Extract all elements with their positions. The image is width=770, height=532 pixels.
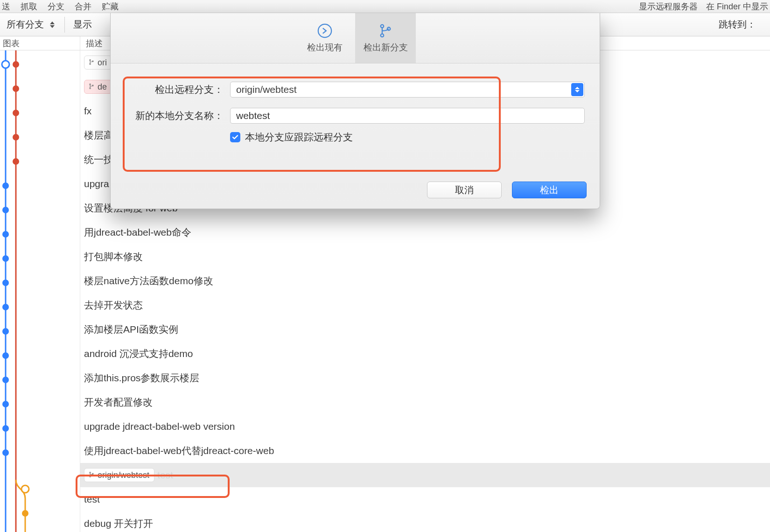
- jump-to-label: 跳转到：: [719, 18, 756, 31]
- svg-point-32: [381, 24, 384, 28]
- track-remote-label: 本地分支应跟踪远程分支: [245, 131, 353, 144]
- menu-item[interactable]: 分支: [48, 1, 64, 12]
- commit-row[interactable]: debug 开关打开: [80, 511, 770, 532]
- commit-message: 打包脚本修改: [84, 250, 143, 263]
- commit-row[interactable]: 添加this.pros参数展示楼层: [80, 366, 770, 390]
- track-remote-checkbox[interactable]: [230, 132, 240, 142]
- svg-point-28: [90, 472, 91, 473]
- commit-row[interactable]: 开发者配置修改: [80, 390, 770, 414]
- arrow-right-circle-icon: [317, 23, 333, 39]
- menu-item[interactable]: 送: [2, 1, 10, 12]
- branch-filter-dropdown[interactable]: 所有分支: [7, 18, 56, 31]
- svg-point-18: [2, 425, 9, 432]
- commit-message: fx: [84, 105, 91, 117]
- checkout-button[interactable]: 检出: [512, 182, 587, 198]
- commit-row[interactable]: 使用jdreact-babel-web代替jdreact-core-web: [80, 439, 770, 463]
- svg-point-14: [2, 328, 9, 335]
- branch-filter-label: 所有分支: [7, 18, 44, 31]
- commit-row[interactable]: upgrade jdreact-babel-web version: [80, 414, 770, 439]
- branch-icon: [88, 82, 95, 92]
- svg-point-5: [13, 110, 19, 116]
- commit-message: 添加this.pros参数展示楼层: [84, 371, 199, 385]
- menu-item[interactable]: 抓取: [21, 1, 37, 12]
- branch-icon: [88, 58, 95, 68]
- svg-point-29: [90, 476, 91, 477]
- svg-point-16: [2, 377, 9, 383]
- column-graph[interactable]: 图表: [0, 36, 80, 50]
- svg-point-26: [90, 87, 91, 89]
- branch-icon: [378, 23, 393, 39]
- commit-message: 用jdreact-babel-web命令: [84, 226, 191, 239]
- tab-checkout-new[interactable]: 检出新分支: [355, 13, 416, 63]
- commit-message: 统一技: [84, 153, 113, 166]
- menubar: 送 抓取 分支 合并 贮藏 显示远程服务器 在 Finder 中显示: [0, 0, 770, 13]
- commit-row[interactable]: 用jdreact-babel-web命令: [80, 220, 770, 245]
- svg-point-4: [13, 85, 19, 92]
- commit-message: upgra: [84, 178, 109, 189]
- svg-point-8: [2, 182, 9, 189]
- menu-item[interactable]: 合并: [75, 1, 91, 12]
- menu-item[interactable]: 在 Finder 中显示: [706, 1, 768, 12]
- svg-point-13: [2, 304, 9, 310]
- svg-point-19: [2, 449, 9, 456]
- commit-message: 开发者配置修改: [84, 396, 153, 409]
- commit-row[interactable]: android 沉浸式支持demo: [80, 342, 770, 366]
- commit-row[interactable]: 添加楼层API函数实例: [80, 317, 770, 342]
- branch-icon: [88, 470, 95, 480]
- checkout-sheet: 检出现有 检出新分支 检出远程分支： origin/webtest 新的本地分支…: [110, 13, 600, 209]
- tab-checkout-existing[interactable]: 检出现有: [294, 13, 355, 63]
- commit-message: android 沉浸式支持demo: [84, 347, 193, 360]
- commit-message: 使用jdreact-babel-web代替jdreact-core-web: [84, 444, 274, 457]
- remote-branch-label: 检出远程分支：: [126, 83, 224, 96]
- commit-message: debug 开关打开: [84, 517, 153, 530]
- svg-point-20: [21, 485, 29, 493]
- svg-point-31: [318, 24, 331, 37]
- svg-point-10: [2, 231, 9, 238]
- commit-message: test: [84, 494, 100, 505]
- svg-point-12: [2, 280, 9, 286]
- svg-point-9: [2, 207, 9, 213]
- svg-point-15: [2, 352, 9, 359]
- commit-row[interactable]: origin/webtesttest: [80, 463, 770, 487]
- branch-tag[interactable]: origin/webtest: [84, 468, 154, 482]
- cancel-button[interactable]: 取消: [427, 182, 502, 198]
- svg-point-7: [13, 158, 19, 165]
- menu-item[interactable]: 显示远程服务器: [639, 1, 698, 12]
- commit-row[interactable]: 楼层native方法函数demo修改: [80, 269, 770, 293]
- svg-point-21: [22, 510, 28, 517]
- local-branch-input[interactable]: [230, 108, 585, 124]
- menu-item[interactable]: 贮藏: [102, 1, 119, 12]
- commit-message: 去掉开发状态: [84, 299, 143, 312]
- commit-message: upgrade jdreact-babel-web version: [84, 421, 235, 432]
- check-icon: [231, 133, 239, 141]
- svg-point-33: [381, 34, 384, 37]
- branch-tag[interactable]: de: [84, 80, 112, 94]
- branch-tag[interactable]: ori: [84, 56, 112, 70]
- commit-graph: [0, 50, 80, 532]
- svg-point-25: [90, 84, 91, 85]
- svg-point-23: [90, 63, 91, 64]
- svg-point-17: [2, 401, 9, 407]
- display-label: 显示: [73, 18, 92, 31]
- remote-branch-dropdown[interactable]: origin/webtest: [230, 82, 585, 98]
- commit-message-faded: test: [157, 469, 173, 481]
- svg-point-22: [90, 59, 91, 61]
- sheet-tabs: 检出现有 检出新分支: [111, 13, 600, 63]
- commit-message: 楼层native方法函数demo修改: [84, 274, 213, 287]
- chevron-updown-icon: [571, 83, 583, 96]
- graph-column: [0, 50, 80, 532]
- tab-label: 检出现有: [307, 42, 343, 54]
- local-branch-label: 新的本地分支名称：: [126, 109, 224, 122]
- svg-point-3: [13, 61, 19, 68]
- remote-branch-value: origin/webtest: [236, 84, 297, 95]
- divider: [64, 17, 65, 33]
- chevron-updown-icon: [49, 20, 56, 29]
- commit-row[interactable]: test: [80, 487, 770, 511]
- commit-message: 添加楼层API函数实例: [84, 323, 178, 336]
- commit-row[interactable]: 去掉开发状态: [80, 293, 770, 317]
- commit-row[interactable]: 打包脚本修改: [80, 245, 770, 269]
- tab-label: 检出新分支: [364, 42, 408, 54]
- svg-point-11: [2, 255, 9, 262]
- commit-message: 楼层高: [84, 129, 113, 142]
- svg-point-2: [2, 61, 9, 68]
